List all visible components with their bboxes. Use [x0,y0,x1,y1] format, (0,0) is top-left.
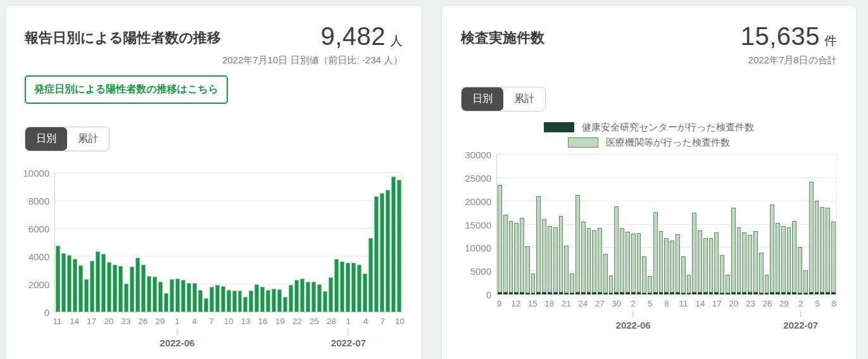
bar[interactable] [503,154,508,294]
bar[interactable] [525,154,531,294]
bar[interactable] [146,173,152,312]
bar[interactable] [169,173,175,312]
bar[interactable] [603,154,608,294]
tests-tab-daily[interactable]: 日別 [462,87,503,111]
bar[interactable] [84,173,89,312]
bar[interactable] [186,173,192,312]
bar[interactable] [563,154,569,294]
bar[interactable] [215,173,220,312]
bar[interactable] [653,154,658,294]
positives-tab-cumulative[interactable]: 累計 [67,127,109,151]
bar[interactable] [781,154,786,294]
bar[interactable] [613,154,619,294]
bar[interactable] [591,154,597,294]
bar[interactable] [232,173,237,312]
bar[interactable] [575,154,581,294]
bar[interactable] [636,154,642,294]
bar[interactable] [288,173,294,312]
bar[interactable] [356,173,362,312]
bar[interactable] [158,173,163,312]
bar[interactable] [271,173,277,312]
bar[interactable] [708,154,714,294]
bar[interactable] [362,173,368,312]
bar[interactable] [129,173,135,312]
bar[interactable] [808,154,814,294]
bar[interactable] [118,173,123,312]
bar[interactable] [282,173,288,312]
bar[interactable] [753,154,758,294]
bar[interactable] [536,154,541,294]
bar[interactable] [112,173,118,312]
bar[interactable] [299,173,305,312]
bar[interactable] [703,154,708,294]
bar[interactable] [339,173,345,312]
bar[interactable] [61,173,66,312]
bar[interactable] [791,154,797,294]
positives-tab-daily[interactable]: 日別 [25,127,67,151]
bar[interactable] [675,154,681,294]
bar[interactable] [379,173,385,312]
bar[interactable] [317,173,322,312]
bar[interactable] [691,154,697,294]
bar[interactable] [814,154,820,294]
bar[interactable] [396,173,402,312]
bar[interactable] [78,173,84,312]
bar[interactable] [305,173,311,312]
bar[interactable] [242,173,248,312]
bar[interactable] [786,154,792,294]
bar[interactable] [608,154,614,294]
bar[interactable] [647,154,653,294]
bar[interactable] [686,154,692,294]
bar[interactable] [226,173,232,312]
bar[interactable] [152,173,158,312]
bar[interactable] [277,173,282,312]
bar[interactable] [764,154,770,294]
onset-date-link-button[interactable]: 発症日別による陽性者数の推移はこちら [25,75,228,104]
bar[interactable] [95,173,101,312]
bar[interactable] [641,154,647,294]
bar[interactable] [192,173,198,312]
bar[interactable] [747,154,753,294]
bar[interactable] [322,173,328,312]
bar[interactable] [260,173,265,312]
bar[interactable] [519,154,525,294]
bar[interactable] [351,173,356,312]
bar[interactable] [531,154,536,294]
bar[interactable] [175,173,180,312]
bar[interactable] [658,154,664,294]
bar[interactable] [72,173,78,312]
bar[interactable] [581,154,586,294]
bar[interactable] [374,173,379,312]
bar[interactable] [741,154,747,294]
bar[interactable] [328,173,334,312]
bar[interactable] [619,154,625,294]
bar[interactable] [163,173,169,312]
bar[interactable] [513,154,519,294]
bar[interactable] [725,154,731,294]
bar[interactable] [254,173,260,312]
bar[interactable] [736,154,742,294]
bar[interactable] [697,154,703,294]
bar[interactable] [719,154,725,294]
bar[interactable] [203,173,209,312]
bar[interactable] [597,154,603,294]
bar[interactable] [391,173,396,312]
bar[interactable] [135,173,141,312]
bar[interactable] [664,154,669,294]
bar[interactable] [547,154,553,294]
bar[interactable] [669,154,675,294]
bar[interactable] [625,154,631,294]
bar[interactable] [345,173,351,312]
bar[interactable] [569,154,575,294]
bar[interactable] [714,154,719,294]
bar[interactable] [198,173,203,312]
bar[interactable] [334,173,339,312]
bar[interactable] [775,154,781,294]
bar[interactable] [681,154,686,294]
bar[interactable] [385,173,391,312]
bar[interactable] [497,154,503,294]
bar[interactable] [797,154,803,294]
bar[interactable] [248,173,254,312]
bar[interactable] [508,154,514,294]
bar[interactable] [311,173,317,312]
